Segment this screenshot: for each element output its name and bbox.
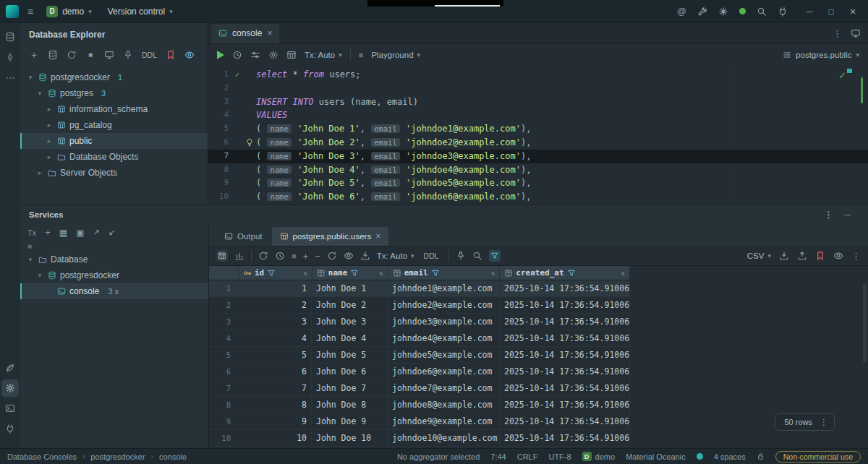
page-size-button[interactable]: 50 rows ⋮ — [775, 413, 835, 431]
service-item-postgresdocker[interactable]: ▾postgresdocker — [20, 267, 208, 283]
export-format-select[interactable]: CSV ▾ — [747, 252, 771, 260]
cell-name[interactable]: John Doe 10 — [312, 430, 388, 446]
sort-toggle-icon[interactable]: ⇅ — [621, 270, 625, 277]
table-row-7[interactable]: 77John Doe 7johndoe7@example.com2025-10-… — [209, 380, 630, 397]
project-widget[interactable]: D demo — [582, 452, 616, 461]
value-viewer-eye-icon[interactable] — [833, 251, 843, 261]
tab-console[interactable]: console × — [211, 24, 279, 43]
code-line-2[interactable]: 2 — [208, 82, 868, 95]
add-row-icon[interactable]: + — [303, 252, 309, 261]
database-toolwindow-icon[interactable] — [0, 27, 20, 46]
code-line-4[interactable]: 4VALUES — [208, 108, 868, 122]
license-badge[interactable]: Non-commercial use — [775, 451, 861, 463]
code-line-9[interactable]: 9( name 'John Doe 5', email 'johndoe5@ex… — [208, 176, 868, 190]
table-row-4[interactable]: 44John Doe 4johndoe4@example.com2025-10-… — [209, 330, 630, 347]
app-logo-icon[interactable] — [6, 5, 19, 18]
jump-to-console-icon[interactable] — [101, 48, 117, 62]
tx-mode-select[interactable]: Tx: Auto ▾ — [305, 51, 342, 59]
cell-name[interactable]: John Doe 2 — [312, 297, 388, 313]
table-row-5[interactable]: 55John Doe 5johndoe5@example.com2025-10-… — [209, 347, 630, 364]
service-item-console[interactable]: console3 s — [20, 283, 208, 299]
add-service-icon[interactable]: + — [45, 228, 51, 237]
pin-tab-icon[interactable] — [456, 251, 466, 261]
terminal-strip-icon[interactable] — [0, 399, 20, 418]
maximize-button[interactable]: □ — [820, 0, 842, 23]
screen-layout-icon[interactable] — [851, 28, 861, 38]
code-line-6[interactable]: 6( name 'John Doe 2', email 'johndoe2@ex… — [208, 136, 868, 150]
table-row-1[interactable]: 11John Doe 1johndoe1@example.com2025-10-… — [209, 280, 630, 297]
table-view-icon[interactable] — [286, 50, 297, 60]
chevron-right-icon[interactable]: ▸ — [45, 137, 54, 145]
cell-email[interactable]: johndoe10@example.com — [388, 430, 500, 446]
cell-name[interactable]: John Doe 1 — [312, 280, 388, 296]
cell-created-at[interactable]: 2025-10-14 17:36:54.910066 — [500, 347, 630, 363]
grid-tx-mode-select[interactable]: Tx: Auto ▾ — [377, 252, 414, 260]
cell-id[interactable]: 9 — [238, 413, 312, 429]
gear-icon[interactable] — [268, 50, 278, 60]
encoding-widget[interactable]: UTF-8 — [548, 452, 571, 461]
close-tab-icon[interactable]: × — [375, 231, 380, 241]
table-row-2[interactable]: 22John Doe 2johndoe2@example.com2025-10-… — [209, 297, 630, 314]
add-datasource-button[interactable]: + — [26, 48, 42, 62]
db-tree-item-pg-catalog[interactable]: ▸pg_catalog — [20, 117, 208, 133]
breadcrumb-datasource[interactable]: postgresdocker — [90, 452, 145, 461]
service-item-database[interactable]: ▾Database — [20, 252, 208, 267]
tools-icon[interactable] — [697, 7, 707, 17]
cell-email[interactable]: johndoe4@example.com — [388, 330, 500, 346]
stop-service-icon[interactable]: ■ — [27, 242, 208, 250]
stop-disabled-icon[interactable]: ■ — [359, 51, 364, 59]
cell-email[interactable]: johndoe6@example.com — [388, 364, 500, 379]
cell-created-at[interactable]: 2025-10-14 17:36:54.910066 — [500, 430, 630, 446]
preview-eye-icon[interactable] — [182, 48, 197, 62]
cell-created-at[interactable]: 2025-10-14 17:36:54.910066 — [500, 314, 630, 330]
reload-page-icon[interactable] — [258, 251, 268, 261]
row-number[interactable]: 3 — [209, 314, 238, 330]
row-number[interactable]: 5 — [209, 347, 238, 363]
chevron-right-icon[interactable]: ▸ — [45, 121, 54, 129]
filter-toggle-icon[interactable] — [489, 250, 501, 262]
grid-scrollbar[interactable] — [863, 283, 867, 363]
cell-created-at[interactable]: 2025-10-14 17:36:54.910066 — [500, 297, 630, 313]
tab-result-grid[interactable]: postgres.public.users × — [272, 227, 389, 246]
grid-options-kebab-icon[interactable]: ⋮ — [851, 252, 861, 261]
chevron-down-icon[interactable]: ▾ — [26, 74, 35, 81]
commit-toolwindow-icon[interactable] — [0, 48, 20, 66]
cell-email[interactable]: johndoe9@example.com — [388, 413, 500, 429]
cell-email[interactable]: johndoe7@example.com — [388, 380, 500, 396]
caret-position-widget[interactable]: 7:44 — [490, 452, 506, 461]
submit-icon[interactable] — [360, 251, 370, 261]
sort-toggle-icon[interactable]: ⇅ — [303, 270, 307, 277]
db-tree-item-postgresdocker[interactable]: ▾postgresdocker1 — [20, 69, 208, 85]
code-editor[interactable]: 1✓select * from users;23INSERT INTO user… — [208, 66, 868, 205]
execution-history-icon[interactable] — [232, 50, 242, 60]
grid-view-icon[interactable] — [216, 250, 228, 262]
collapse-all-icon[interactable]: ↙ — [109, 228, 115, 236]
cell-name[interactable]: John Doe 3 — [312, 314, 388, 330]
chevron-down-icon[interactable]: ▾ — [35, 90, 44, 97]
row-number[interactable]: 9 — [209, 413, 238, 429]
cell-created-at[interactable]: 2025-10-14 17:36:54.910066 — [500, 330, 630, 346]
cell-created-at[interactable]: 2025-10-14 17:36:54.910066 — [500, 397, 630, 413]
project-selector[interactable]: D demo ▾ — [42, 4, 96, 20]
main-menu-icon[interactable]: ≡ — [26, 6, 35, 17]
chevron-down-icon[interactable]: ▾ — [35, 272, 44, 279]
settings-sliders-icon[interactable] — [250, 50, 260, 60]
row-number[interactable]: 7 — [209, 380, 238, 396]
stop-icon[interactable]: ■ — [82, 48, 98, 62]
column-header-created_at[interactable]: created_at⇅ — [500, 266, 630, 280]
chevron-right-icon[interactable]: ▸ — [35, 169, 44, 176]
cell-name[interactable]: John Doe 6 — [312, 364, 388, 379]
chevron-right-icon[interactable]: ▸ — [45, 106, 54, 113]
cell-name[interactable]: John Doe 8 — [312, 397, 388, 413]
query-history-icon[interactable] — [275, 251, 285, 261]
grid-ddl-button[interactable]: DDL — [421, 252, 442, 260]
column-header-id[interactable]: id⇅ — [239, 266, 312, 280]
chart-view-icon[interactable] — [234, 251, 244, 261]
aggregator-widget[interactable]: No aggregator selected — [397, 452, 480, 461]
cell-id[interactable]: 8 — [238, 397, 312, 413]
tab-output[interactable]: Output — [216, 227, 271, 246]
row-number[interactable]: 6 — [209, 364, 238, 379]
cell-id[interactable]: 6 — [238, 364, 312, 379]
expand-all-icon[interactable]: ↗ — [93, 228, 100, 236]
cell-created-at[interactable]: 2025-10-14 17:36:54.910066 — [500, 364, 630, 379]
